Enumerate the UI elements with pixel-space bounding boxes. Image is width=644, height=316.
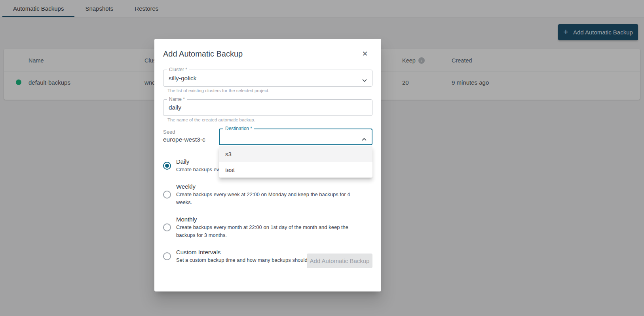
seed-label: Seed [163, 129, 175, 135]
name-input-value: daily [169, 104, 181, 111]
cluster-select-value: silly-golick [169, 75, 197, 82]
schedule-description: Create backups every month at 22:00 on 1… [176, 223, 365, 239]
submit-add-automatic-backup-button[interactable]: Add Automatic Backup [307, 254, 372, 268]
destination-select-label: Destination * [223, 126, 254, 131]
chevron-up-icon [362, 135, 367, 142]
destination-options-menu: s3 test [219, 146, 372, 178]
cluster-select-label: Cluster * [167, 67, 189, 72]
name-input[interactable]: Name * daily [163, 99, 372, 116]
radio-unselected-icon[interactable] [163, 191, 171, 199]
cluster-select[interactable]: Cluster * silly-golick [163, 70, 372, 87]
schedule-label: Weekly [176, 183, 365, 191]
destination-option-test[interactable]: test [219, 162, 372, 178]
add-automatic-backup-modal: Add Automatic Backup ✕ Cluster * silly-g… [154, 39, 381, 291]
seed-value: europe-west3-c [163, 136, 205, 143]
name-helper-text: The name of the created automatic backup… [167, 117, 255, 122]
modal-title: Add Automatic Backup [163, 49, 243, 59]
close-icon[interactable]: ✕ [359, 48, 370, 59]
name-input-label: Name * [167, 97, 187, 102]
chevron-down-icon [362, 77, 367, 84]
destination-option-s3[interactable]: s3 [219, 146, 372, 162]
radio-unselected-icon[interactable] [163, 223, 171, 231]
radio-unselected-icon[interactable] [163, 252, 171, 260]
schedule-label: Monthly [176, 216, 365, 223]
schedule-option-weekly[interactable]: Weekly Create backups every week at 22:0… [163, 183, 365, 206]
schedule-description: Create backups every week at 22:00 on Mo… [176, 191, 365, 206]
schedule-option-monthly[interactable]: Monthly Create backups every month at 22… [163, 216, 365, 239]
radio-selected-icon[interactable] [163, 162, 171, 170]
cluster-helper-text: The list of existing clusters for the se… [167, 88, 270, 93]
destination-select[interactable]: Destination * [219, 129, 372, 145]
